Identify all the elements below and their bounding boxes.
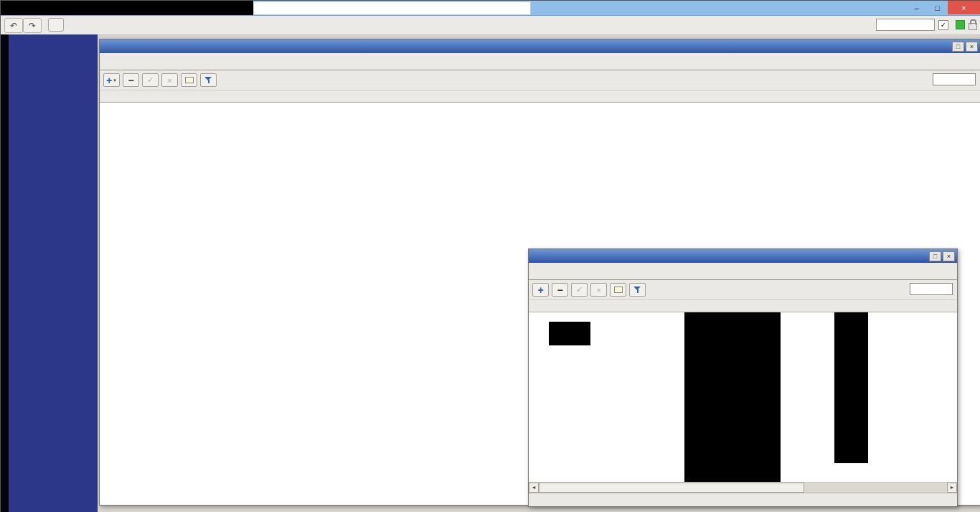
interface-comment-button[interactable] [181,73,197,87]
interface-toolbar: +▼ − ✓ × [100,70,980,90]
funnel-icon [204,76,212,84]
interface-tabbar [100,53,980,70]
bgp-enable-button[interactable]: ✓ [571,283,588,297]
bgp-toolbar: + − ✓ × [529,280,957,300]
bgp-statusbar [529,493,957,506]
bgp-window: □ × + − ✓ × ◄ ► [528,248,958,507]
caret-down-icon: ▼ [113,78,117,83]
window-controls: – □ × [906,1,980,15]
interface-maximize-button[interactable]: □ [952,42,964,52]
cross-icon: × [167,76,171,85]
redacted-titlebar-field [253,1,531,15]
scroll-left-icon[interactable]: ◄ [529,483,539,493]
interface-add-button[interactable]: +▼ [103,73,120,87]
minimize-button[interactable]: – [906,1,927,14]
plus-icon: + [106,75,112,85]
titlebar: – □ × [1,1,980,16]
interface-table-header [100,90,980,103]
main-toolbar: ↶ ↷ ✓ [1,16,980,35]
bgp-remote-id-redaction [834,312,868,463]
bgp-close-button[interactable]: × [943,251,955,261]
winbox-app: – □ × ↶ ↷ ✓ □ × +▼ − [0,0,980,512]
funnel-icon [633,286,641,294]
comment-icon [185,77,194,83]
bgp-table-body [529,312,957,482]
plus-icon: + [537,285,543,295]
close-button[interactable]: × [948,1,980,14]
sidebar-menu [9,34,98,512]
interface-close-button[interactable]: × [966,42,978,52]
bgp-peer-name-redaction [549,322,590,345]
lock-icon [969,23,977,30]
uptime-value [876,19,935,31]
interface-enable-button[interactable]: ✓ [142,73,159,87]
undo-button[interactable]: ↶ [4,18,23,33]
redacted-connection-info [1,1,253,15]
bgp-scroll-track[interactable] [539,483,947,493]
bgp-table-header [529,300,957,312]
check-icon: ✓ [576,285,583,294]
bgp-window-titlebar[interactable]: □ × [529,249,957,263]
bgp-remove-button[interactable]: − [552,283,568,297]
bgp-restore-button[interactable]: □ [929,251,941,261]
interface-window-titlebar[interactable]: □ × [100,39,980,53]
interface-disable-button[interactable]: × [161,73,178,87]
bgp-comment-button[interactable] [610,283,626,297]
redo-arrow-icon: ↷ [29,21,36,31]
bgp-filter-button[interactable] [629,283,646,297]
hide-passwords-checkbox[interactable]: ✓ [938,20,948,30]
interface-remove-button[interactable]: − [123,73,139,87]
bgp-disable-button[interactable]: × [590,283,607,297]
routeros-winbox-brand [1,34,9,512]
session-status-cluster: ✓ [872,19,977,31]
minus-icon: − [557,285,562,295]
minus-icon: − [128,75,133,85]
cross-icon: × [596,286,600,294]
bgp-add-button[interactable]: + [532,283,549,297]
bgp-find-box[interactable] [910,283,953,295]
scroll-right-icon[interactable]: ► [947,483,957,493]
bgp-scroll-thumb[interactable] [539,483,804,493]
bgp-remote-address-redaction [684,312,748,482]
comment-icon [614,287,623,293]
bgp-horizontal-scrollbar: ◄ ► [529,482,957,493]
check-icon: ✓ [147,75,154,85]
bgp-tabbar [529,263,957,280]
undo-arrow-icon: ↶ [10,21,17,31]
interface-filter-button[interactable] [200,73,217,87]
safe-mode-button[interactable] [48,18,64,32]
interface-find-box[interactable] [933,73,976,85]
bgp-remote-as-redaction [748,312,781,482]
connection-status-indicator [956,20,965,29]
redo-button[interactable]: ↷ [23,18,42,33]
maximize-button[interactable]: □ [927,1,948,14]
